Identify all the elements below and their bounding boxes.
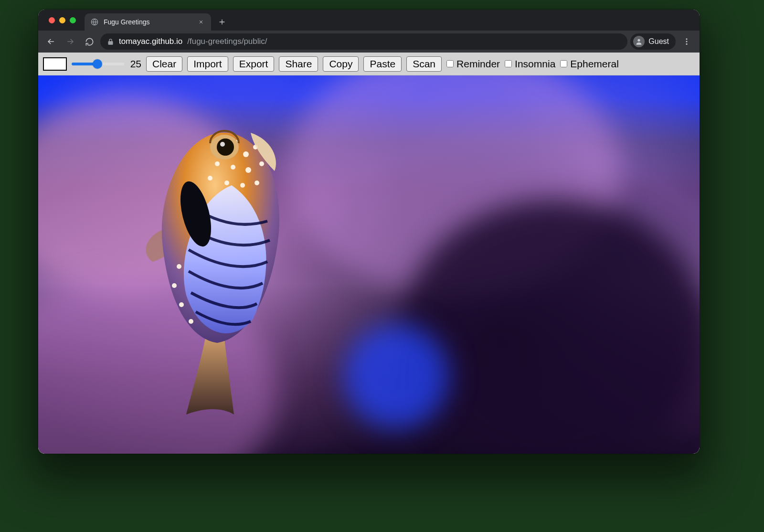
window-close-button[interactable]: [49, 17, 55, 23]
svg-point-13: [259, 161, 264, 166]
svg-point-23: [217, 138, 234, 156]
insomnia-input[interactable]: [505, 60, 512, 67]
svg-point-14: [208, 176, 212, 181]
svg-point-2: [686, 38, 688, 40]
back-button[interactable]: [43, 33, 59, 50]
page-content: 25 Clear Import Export Share Copy Paste …: [38, 53, 700, 454]
url-host: tomayac.github.io: [119, 37, 182, 46]
insomnia-label: Insomnia: [515, 58, 555, 70]
svg-point-12: [245, 167, 251, 173]
paste-button[interactable]: Paste: [363, 56, 402, 72]
browser-window: Fugu Greetings tomayac.github.io/fugu-gr…: [38, 10, 700, 454]
brush-size-value: 25: [128, 58, 141, 70]
ephemeral-input[interactable]: [560, 60, 567, 67]
clear-button[interactable]: Clear: [146, 56, 182, 72]
brush-size-slider[interactable]: [72, 63, 124, 65]
svg-point-11: [231, 165, 235, 170]
new-tab-button[interactable]: [215, 15, 229, 29]
ephemeral-checkbox[interactable]: Ephemeral: [560, 58, 619, 70]
window-minimize-button[interactable]: [59, 17, 65, 23]
share-button[interactable]: Share: [279, 56, 318, 72]
profile-button[interactable]: Guest: [630, 33, 676, 50]
window-controls: [44, 10, 85, 31]
globe-icon: [90, 18, 99, 26]
svg-point-16: [240, 183, 245, 188]
svg-point-18: [177, 264, 181, 269]
reminder-input[interactable]: [446, 60, 454, 67]
copy-button[interactable]: Copy: [323, 56, 359, 72]
svg-point-4: [686, 43, 688, 45]
svg-point-24: [220, 142, 225, 147]
svg-point-8: [243, 151, 249, 157]
svg-point-10: [215, 161, 220, 166]
export-button[interactable]: Export: [233, 56, 275, 72]
scan-button[interactable]: Scan: [406, 56, 442, 72]
tab-close-button[interactable]: [197, 18, 205, 26]
color-swatch[interactable]: [43, 57, 67, 71]
svg-point-19: [172, 283, 177, 288]
address-bar[interactable]: tomayac.github.io/fugu-greetings/public/: [100, 33, 627, 50]
tab-strip: Fugu Greetings: [38, 10, 700, 31]
fish-image: [134, 114, 306, 419]
reminder-label: Reminder: [456, 58, 500, 70]
browser-tab[interactable]: Fugu Greetings: [85, 13, 211, 31]
drawing-canvas[interactable]: [38, 75, 700, 454]
browser-menu-button[interactable]: [679, 33, 695, 50]
svg-point-21: [189, 319, 193, 324]
svg-point-20: [179, 302, 184, 307]
avatar-icon: [633, 36, 645, 47]
insomnia-checkbox[interactable]: Insomnia: [505, 58, 555, 70]
svg-point-1: [638, 39, 640, 42]
reminder-checkbox[interactable]: Reminder: [446, 58, 500, 70]
url-path: /fugu-greetings/public/: [187, 37, 267, 46]
svg-point-15: [224, 181, 229, 185]
ephemeral-label: Ephemeral: [570, 58, 619, 70]
forward-button[interactable]: [62, 33, 78, 50]
tab-title: Fugu Greetings: [104, 18, 192, 26]
app-toolbar: 25 Clear Import Export Share Copy Paste …: [38, 53, 700, 75]
reload-button[interactable]: [81, 33, 97, 50]
window-maximize-button[interactable]: [70, 17, 76, 23]
profile-label: Guest: [648, 37, 669, 46]
svg-point-3: [686, 41, 688, 43]
browser-toolbar: tomayac.github.io/fugu-greetings/public/…: [38, 31, 700, 53]
lock-icon: [107, 38, 114, 45]
import-button[interactable]: Import: [187, 56, 228, 72]
svg-point-17: [255, 181, 259, 185]
brush-size-control: 25: [72, 58, 141, 70]
